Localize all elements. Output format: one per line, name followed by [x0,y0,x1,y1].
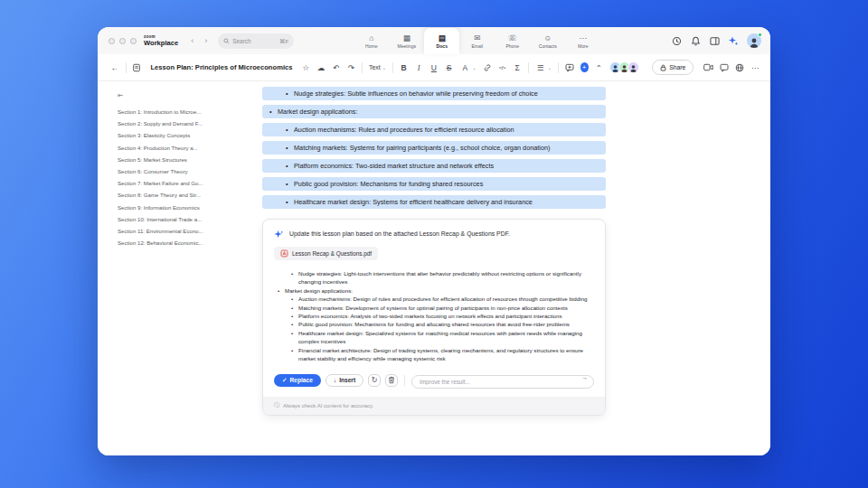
user-avatar[interactable] [747,33,761,48]
document-line[interactable]: Nudge strategies: Subtle influences on b… [262,87,606,100]
lock-icon [660,64,666,71]
text-color-dropdown[interactable]: A ⌄ [459,62,476,73]
sidebar-item-section[interactable]: Section 3: Elasticity Concepts [118,129,256,141]
down-arrow-icon: ↓ [334,377,336,383]
undo-icon[interactable]: ↶ [332,62,341,73]
outline-list: Section 1: Introduction to Microe...Sect… [118,106,256,249]
tab-icon: ✉ [474,34,480,42]
nav-forward-icon[interactable]: › [204,36,207,45]
bold-button[interactable]: B [400,62,409,73]
underline-button[interactable]: U [429,62,439,73]
ai-result-bullet: Matching markets: Development of systems… [274,304,594,312]
replace-button[interactable]: ✓ Replace [274,374,321,387]
attachment-name: Lesson Recap & Questions.pdf [292,250,372,257]
document-toolbar: ← Lesson Plan: Principles of Microeconom… [98,54,770,81]
document-line[interactable]: Market design applications: [262,105,606,118]
tab-icon: ☺ [543,34,552,42]
document-canvas[interactable]: Nudge strategies: Subtle influences on b… [262,81,606,455]
document-line[interactable]: Healthcare market design: Systems for ef… [262,195,606,209]
app-tab[interactable]: ⋯ More [565,28,600,54]
global-search[interactable]: ⌘F [218,33,294,49]
back-icon[interactable]: ← [110,62,119,73]
ai-result-bullet: Nudge strategies: Light-touch interventi… [274,269,594,286]
link-icon[interactable] [483,63,492,72]
doc-home-icon[interactable] [132,63,141,72]
sidebar-collapse-icon[interactable]: ⇤ [118,91,256,99]
language-globe-icon[interactable] [735,63,744,72]
ai-result-list: Nudge strategies: Light-touch interventi… [274,269,594,362]
search-input[interactable] [232,38,272,44]
cloud-sync-icon: ☁ [316,62,326,73]
video-camera-icon[interactable] [703,63,713,71]
collaborator-avatar[interactable] [627,61,639,73]
check-icon: ✓ [282,377,288,384]
app-tab[interactable]: ⌂ Home [354,28,389,54]
sidebar-item-section[interactable]: Section 8: Game Theory and Str... [118,189,256,201]
star-favorite-icon[interactable]: ☆ [301,62,310,73]
comments-panel-icon[interactable] [720,63,729,72]
ai-prompt-text: Update this lesson plan based on the att… [289,230,510,238]
regenerate-button[interactable]: ↻ [368,374,381,387]
sidebar-item-section[interactable]: Section 10: International Trade a... [118,213,256,225]
document-line[interactable]: Auction mechanisms: Rules and procedures… [262,123,606,136]
close-window-icon[interactable] [108,38,115,44]
redo-icon[interactable]: ↷ [346,62,355,73]
collapse-toolbar-icon[interactable]: ⌃ [595,62,604,73]
nav-back-icon[interactable]: ‹ [191,36,193,45]
ai-result-bullet: Public good provision: Mechanisms for fu… [274,320,594,328]
code-icon[interactable]: </> [498,62,507,73]
text-style-dropdown[interactable]: Text ⌄ [369,64,386,70]
tab-icon: ⌂ [369,34,373,42]
ai-insert-button[interactable]: + [580,62,589,72]
chevron-down-icon: ⌄ [548,65,552,70]
app-tab[interactable]: ☺ Contacts [530,28,565,54]
pdf-file-icon [280,249,288,258]
sidebar-item-section[interactable]: Section 11: Environmental Econo... [118,225,256,237]
ai-result-bullet: Market design applications: [274,286,594,295]
strikethrough-button[interactable]: S [445,62,454,73]
sidebar-item-section[interactable]: Section 1: Introduction to Microe... [118,106,256,117]
attachment-chip[interactable]: Lesson Recap & Questions.pdf [274,247,378,260]
document-line[interactable]: Matching markets: Systems for pairing pa… [262,141,606,155]
comment-add-icon[interactable] [565,63,574,72]
ai-disclaimer: ⓘ Always check AI content for accuracy. [263,397,605,415]
divider [362,62,363,73]
window-controls[interactable] [108,38,137,44]
improve-result-input[interactable] [411,375,594,389]
app-tab[interactable]: ☏ Phone [495,28,530,54]
sidebar-item-section[interactable]: Section 2: Supply and Demand F... [118,117,256,129]
sidebar-item-section[interactable]: Section 4: Production Theory a... [118,142,256,154]
sidebar-item-section[interactable]: Section 9: Information Economics [118,202,256,213]
sidebar-item-section[interactable]: Section 12: Behavioral Economic... [118,237,256,249]
app-tab[interactable]: ✉ Email [459,28,495,54]
insert-button[interactable]: ↓ Insert [326,374,363,387]
collaborator-avatars[interactable] [609,61,639,73]
send-icon[interactable]: → [581,374,588,380]
sidebar-item-section[interactable]: Section 5: Market Structures [118,154,256,165]
tab-label: Email [471,43,483,49]
document-title: Lesson Plan: Principles of Microeconomic… [150,63,292,71]
formula-icon[interactable]: Σ [513,62,522,73]
delete-result-button[interactable] [385,374,398,387]
share-button[interactable]: Share [652,60,693,75]
document-line[interactable]: Platform economics: Two-sided market str… [262,159,606,173]
app-tab[interactable]: ▦ Meetings [389,28,424,54]
ai-actions-row: ✓ Replace ↓ Insert ↻ → [274,371,594,389]
italic-button[interactable]: I [414,62,423,73]
history-icon[interactable] [671,35,682,46]
history-nav: ‹ › [191,36,207,45]
side-panel-toggle-icon[interactable] [709,35,720,46]
tab-label: Phone [505,43,519,49]
search-shortcut: ⌘F [279,38,288,44]
minimize-window-icon[interactable] [119,38,126,44]
more-options-icon[interactable]: ⋯ [750,62,760,73]
notifications-bell-icon[interactable] [690,35,701,46]
sidebar-item-section[interactable]: Section 7: Market Failure and Go... [118,177,256,189]
document-line[interactable]: Public good provision: Mechanisms for fu… [262,177,606,191]
app-tab[interactable]: ▤ Docs [424,28,459,54]
list-format-dropdown[interactable]: ☰ ⌄ [535,62,552,73]
sidebar-item-section[interactable]: Section 6: Consumer Theory [118,165,256,177]
ai-companion-icon[interactable] [728,35,739,46]
divider [392,62,393,73]
maximize-window-icon[interactable] [130,38,137,44]
